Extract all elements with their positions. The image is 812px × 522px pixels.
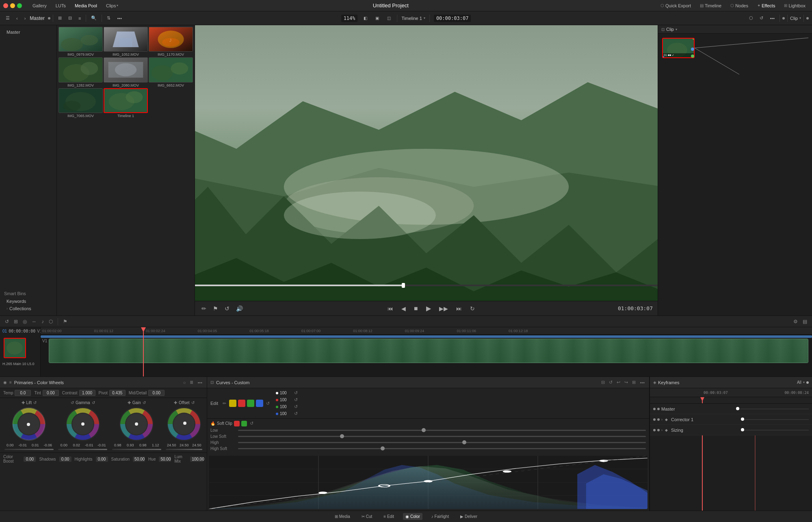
lightbox-tab[interactable]: ⊞ Lightbox bbox=[781, 2, 809, 9]
settings-btn[interactable]: ↺ bbox=[757, 14, 766, 22]
hue-value[interactable]: 50.00 bbox=[159, 457, 171, 462]
lift-add-icon[interactable]: ✚ bbox=[22, 400, 25, 405]
nav-back[interactable]: ‹ bbox=[14, 15, 20, 22]
pivot-value[interactable]: 0.435 bbox=[109, 390, 126, 396]
flag-btn[interactable]: ⚑ bbox=[61, 318, 69, 325]
sc-swatch-g[interactable] bbox=[241, 421, 247, 426]
search-btn[interactable]: 🔍 bbox=[89, 14, 99, 22]
page-deliver[interactable]: ▶ Deliver bbox=[458, 513, 480, 520]
curves-reset-btn[interactable]: ↺ bbox=[608, 379, 614, 385]
node-clip-thumb[interactable]: 01 ■■ ✓ bbox=[662, 38, 695, 58]
gain-reset-icon[interactable]: ↺ bbox=[143, 400, 146, 405]
kf-sizing-track[interactable] bbox=[741, 430, 809, 431]
zoom-down[interactable]: ◧ bbox=[361, 15, 370, 22]
saturation-value[interactable]: 50.00 bbox=[133, 457, 145, 462]
clip-thumbnail[interactable] bbox=[4, 338, 26, 358]
lift-reset-icon[interactable]: ↺ bbox=[33, 400, 37, 405]
gamma-reset2-icon[interactable]: ↺ bbox=[92, 400, 95, 405]
highlights-value[interactable]: 0.00 bbox=[96, 457, 108, 462]
node-canvas[interactable]: 01 ■■ ✓ bbox=[658, 34, 812, 315]
sc-swatch-r[interactable] bbox=[234, 421, 240, 426]
loop-toggle[interactable]: ↺ bbox=[223, 304, 231, 313]
marker-btn[interactable]: ⬡ bbox=[47, 318, 54, 325]
gamma-wheel[interactable] bbox=[65, 406, 101, 442]
edit-reset-btn[interactable]: ↺ bbox=[265, 400, 271, 407]
sc-low-soft-handle[interactable] bbox=[340, 434, 344, 438]
fullscreen-button[interactable] bbox=[17, 3, 22, 8]
sidebar-collections[interactable]: › Collections bbox=[4, 305, 52, 312]
preview-progress-bar[interactable] bbox=[195, 285, 658, 286]
timeline-nav-tab[interactable]: ▤ Timeline bbox=[697, 2, 725, 9]
gain-slider[interactable] bbox=[112, 449, 161, 450]
curves-undo-btn[interactable]: ↩ bbox=[615, 379, 621, 385]
media-item-1170[interactable]: ♪ IMG_1170.MOV bbox=[149, 27, 193, 57]
channel-reset-3[interactable]: ↺ bbox=[293, 411, 299, 417]
go-to-end[interactable]: ⏭ bbox=[455, 304, 463, 313]
view-list[interactable]: ≡ bbox=[76, 15, 83, 22]
offset-wheel[interactable] bbox=[166, 406, 202, 442]
contrast-value[interactable]: 1.000 bbox=[79, 390, 95, 396]
swatch-blue[interactable] bbox=[256, 400, 263, 407]
kf-master-track[interactable] bbox=[736, 409, 809, 409]
clips-tab[interactable]: Clips ▾ bbox=[103, 2, 121, 9]
timeline-clip-preview[interactable] bbox=[0, 335, 40, 361]
media-item-2080[interactable]: IMG_2080.MOV bbox=[104, 57, 148, 87]
kf-all-label[interactable]: All bbox=[797, 380, 801, 385]
kf-corr-arrow[interactable]: › bbox=[661, 418, 663, 422]
preview-video[interactable] bbox=[195, 25, 658, 301]
kf-corrector-track[interactable] bbox=[741, 419, 809, 420]
sc-low-slider[interactable] bbox=[238, 430, 646, 431]
media-item-1052[interactable]: IMG_1052.MOV bbox=[104, 27, 148, 57]
view-grid[interactable]: ⊟ bbox=[66, 14, 74, 22]
color-panel-reset[interactable]: ○ bbox=[182, 379, 187, 385]
gamma-reset-icon[interactable]: ↺ bbox=[71, 400, 74, 405]
page-cut[interactable]: ✂ Cut bbox=[359, 513, 375, 520]
shadows-value[interactable]: 0.00 bbox=[59, 457, 71, 462]
timeline-scroll-track[interactable] bbox=[41, 335, 812, 338]
export-btn[interactable]: ⬡ bbox=[747, 14, 756, 22]
media-item-6652[interactable]: IMG_6652.MOV bbox=[149, 57, 193, 87]
gamma-slider[interactable] bbox=[58, 449, 107, 450]
tl-settings[interactable]: ⚙ bbox=[792, 318, 799, 325]
effects-tab[interactable]: ✦ Effects bbox=[754, 2, 778, 9]
step-back[interactable]: ◀ bbox=[400, 304, 407, 313]
kf-timeline-area[interactable] bbox=[650, 435, 812, 511]
sc-low-soft-slider[interactable] bbox=[238, 436, 646, 437]
sc-high-slider[interactable] bbox=[238, 442, 646, 443]
color-panel-bars[interactable]: ≣ bbox=[188, 379, 195, 385]
node-output-dot[interactable] bbox=[693, 38, 695, 40]
channel-reset-0[interactable]: ↺ bbox=[293, 390, 299, 396]
luts-tab[interactable]: LUTs bbox=[52, 2, 69, 9]
page-media[interactable]: ⊞ Media bbox=[332, 513, 353, 520]
view-storyboard[interactable]: ⊞ bbox=[56, 14, 64, 22]
playhead[interactable] bbox=[143, 327, 144, 376]
tint-value[interactable]: 0.00 bbox=[43, 390, 59, 396]
sc-high-handle[interactable] bbox=[462, 440, 466, 444]
timeline-tracks[interactable]: 01:00:02:00 01:00:01:12 01:00:02:24 01:0… bbox=[41, 327, 812, 376]
timeline-video-clip[interactable] bbox=[49, 339, 808, 363]
color-boost-value[interactable]: 0.00 bbox=[24, 457, 36, 462]
curves-canvas[interactable] bbox=[209, 456, 647, 509]
gain-wheel[interactable] bbox=[118, 406, 155, 442]
curves-mode-btn[interactable]: ⊟ bbox=[600, 379, 606, 385]
sc-high-soft-slider[interactable] bbox=[238, 448, 646, 449]
lift-wheel[interactable] bbox=[11, 406, 47, 442]
media-item-7065[interactable]: IMG_7065.MOV bbox=[58, 88, 103, 118]
main-timecode[interactable]: 00:00:03:07 bbox=[434, 15, 471, 22]
swatch-yellow[interactable] bbox=[229, 400, 236, 407]
flag-tool[interactable]: ⚑ bbox=[211, 304, 220, 313]
channel-reset-1[interactable]: ↺ bbox=[293, 397, 299, 403]
page-fairlight[interactable]: ♪ Fairlight bbox=[429, 513, 451, 520]
curves-redo-btn[interactable]: ↪ bbox=[623, 379, 629, 385]
sidebar-toggle[interactable]: ☰ bbox=[3, 14, 12, 22]
nav-forward[interactable]: › bbox=[22, 15, 28, 22]
gallery-tab[interactable]: Gallery bbox=[29, 2, 50, 9]
color-panel-more[interactable]: ••• bbox=[196, 379, 204, 385]
lum-mix-value[interactable]: 100.00 bbox=[190, 457, 204, 462]
kf-sizing-arrow[interactable]: › bbox=[661, 428, 663, 432]
channel-reset-2[interactable]: ↺ bbox=[293, 404, 299, 410]
sidebar-keywords[interactable]: Keywords bbox=[4, 298, 52, 305]
sort-btn[interactable]: ⇅ bbox=[104, 14, 113, 22]
step-forward[interactable]: ▶▶ bbox=[437, 304, 450, 313]
swatch-green[interactable] bbox=[247, 400, 254, 407]
